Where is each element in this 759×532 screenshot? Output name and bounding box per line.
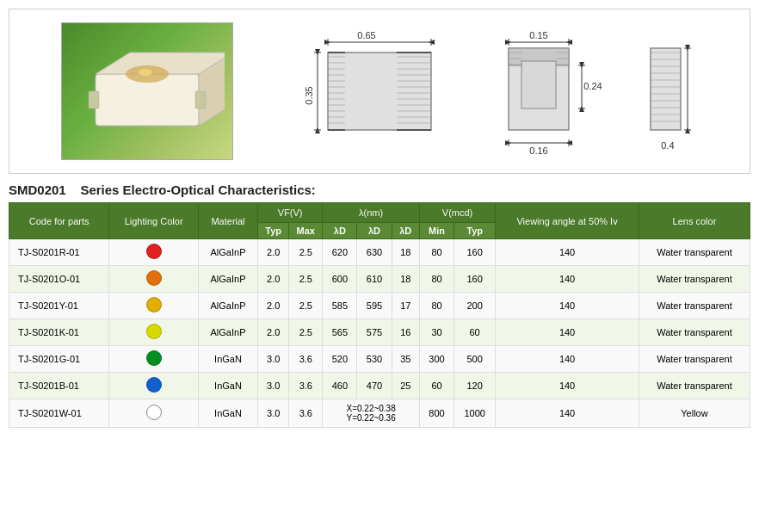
svg-text:0.15: 0.15 [529,30,547,40]
cell-lambda_d2: 575 [357,319,392,346]
col-lambda-d2: λD [357,223,392,239]
table-row: TJ-S0201R-01AlGaInP2.02.5620630188016014… [9,239,750,266]
cell-lens: Water transparent [639,319,750,346]
color-dot [146,244,162,259]
cell-lambda_d1: 565 [323,319,357,346]
cell-lambda_d2: 630 [357,239,392,266]
cell-color [109,319,199,346]
cell-lens: Water transparent [639,373,750,399]
cell-vmcd-min: 800 [419,399,454,428]
cell-material: InGaN [198,346,257,373]
cell-lens: Yellow [639,399,750,428]
bottom-section: SMD0201 Series Electro-Optical Character… [9,182,750,428]
cell-lambda_d1: 520 [323,346,357,373]
table-header-row: Code for parts Lighting Color Material V… [9,203,750,223]
cell-vf-max: 3.6 [289,346,323,373]
svg-rect-5 [195,91,206,108]
cell-code: TJ-S0201K-01 [9,319,109,346]
cell-vf-max: 3.6 [289,399,323,428]
col-material: Material [198,203,257,239]
col-vf-max: Max [289,223,323,239]
table-row: TJ-S0201O-01AlGaInP2.02.5600610188016014… [9,266,750,293]
svg-rect-4 [89,91,99,108]
color-dot [146,377,162,393]
svg-text:0.65: 0.65 [357,30,375,40]
cell-vmcd-min: 80 [419,239,454,266]
product-diagram-section: 0.65 0.35 [9,9,750,174]
technical-diagrams: 0.65 0.35 [302,27,698,156]
cell-vf-typ: 2.0 [258,266,289,293]
cell-code: TJ-S0201Y-01 [9,293,109,319]
svg-rect-62 [521,61,556,108]
svg-text:0.24: 0.24 [583,81,602,91]
col-lambda-d3: λD [392,223,419,239]
cell-vmcd-min: 60 [419,373,454,399]
col-lighting-color: Lighting Color [109,203,199,239]
cell-lens: Water transparent [639,293,750,319]
series-name: SMD0201 [9,182,66,197]
cell-lambda_d3: 25 [392,373,419,399]
cell-vf-max: 2.5 [289,293,323,319]
color-dot [146,405,162,420]
cell-code: TJ-S0201O-01 [9,266,109,293]
cell-viewing: 140 [496,346,639,373]
cell-lambda_d1: 460 [323,373,357,399]
cell-color [109,239,199,266]
cell-lambda_d3: 17 [392,293,419,319]
svg-text:0.4: 0.4 [661,140,674,151]
cell-vmcd-typ: 120 [454,373,496,399]
cell-color [109,266,199,293]
table-row: TJ-S0201K-01AlGaInP2.02.5565575163060140… [9,319,750,346]
col-lambda-group: λ(nm) [323,203,420,223]
color-dot [146,324,162,339]
cell-vmcd-min: 300 [419,346,454,373]
svg-text:0.35: 0.35 [304,86,314,104]
section-subtitle: Series Electro-Optical Characteristics: [80,182,315,197]
cell-viewing: 140 [496,399,639,428]
cell-viewing: 140 [496,319,639,346]
cell-vf-typ: 2.0 [258,239,289,266]
cell-material: AlGaInP [198,319,257,346]
cell-vmcd-typ: 60 [454,319,496,346]
cell-lambda_d1: 620 [323,239,357,266]
cell-vmcd-min: 80 [419,266,454,293]
color-dot [146,270,162,286]
cell-lambda_d3: 35 [392,346,419,373]
product-image [61,22,233,160]
cell-lambda-special: X=0.22~0.38Y=0.22~0.36 [323,399,420,428]
cell-color [109,346,199,373]
cell-vf-max: 3.6 [289,373,323,399]
cell-vmcd-typ: 200 [454,293,496,319]
cell-lambda_d2: 595 [357,293,392,319]
col-lens: Lens color [639,203,750,239]
cell-vf-max: 2.5 [289,319,323,346]
col-vf-typ: Typ [258,223,289,239]
svg-rect-19 [328,53,431,130]
cell-material: InGaN [198,399,257,428]
cell-vf-max: 2.5 [289,239,323,266]
col-code: Code for parts [9,203,109,239]
end-view-diagram: 0.4 [638,27,698,156]
cell-viewing: 140 [496,239,639,266]
cell-lambda_d3: 18 [392,266,419,293]
col-vmcd-group: V(mcd) [419,203,495,223]
characteristics-table: Code for parts Lighting Color Material V… [9,202,750,428]
cell-lambda_d2: 470 [357,373,392,399]
color-dot [146,350,162,366]
cell-material: AlGaInP [198,239,257,266]
cell-color [109,399,199,428]
cell-lambda_d1: 585 [323,293,357,319]
cell-code: TJ-S0201B-01 [9,373,109,399]
table-row: TJ-S0201Y-01AlGaInP2.02.5585595178020014… [9,293,750,319]
cell-viewing: 140 [496,373,639,399]
cell-vf-typ: 2.0 [258,319,289,346]
cell-vmcd-typ: 1000 [454,399,496,428]
cell-vmcd-min: 30 [419,319,454,346]
cell-vmcd-typ: 160 [454,266,496,293]
cell-vmcd-min: 80 [419,293,454,319]
svg-rect-75 [651,48,681,130]
col-lambda-d1: λD [323,223,357,239]
cell-lambda_d3: 18 [392,239,419,266]
col-vmcd-min: Min [419,223,454,239]
col-viewing: Viewing angle at 50% Iv [496,203,639,239]
